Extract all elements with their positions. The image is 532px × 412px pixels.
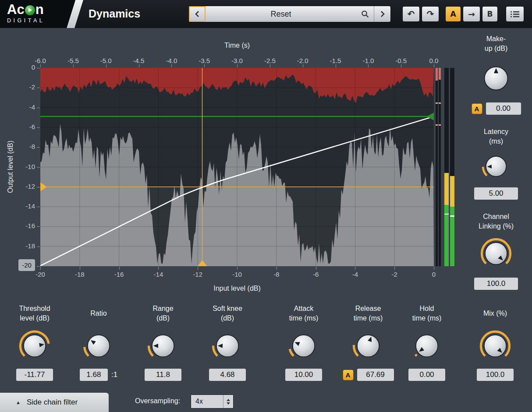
tick-mark xyxy=(204,64,205,67)
tick-mark xyxy=(336,64,336,67)
gr-peak-mark xyxy=(436,124,438,126)
input-tick: -4 xyxy=(352,271,358,278)
undo-button[interactable]: ↶ xyxy=(402,6,420,22)
value-box-attack[interactable]: 10.00 xyxy=(285,369,322,381)
oversampling-value: 4x xyxy=(191,398,223,405)
value-row-ratio: 1.68:1 xyxy=(66,369,131,381)
tick-mark xyxy=(303,64,303,67)
automation-badge-release[interactable]: A xyxy=(343,370,354,380)
output-tick: -12 xyxy=(15,183,35,190)
output-tick: -18 xyxy=(15,242,35,250)
output-tick: -14 xyxy=(15,202,35,210)
knob-hold[interactable] xyxy=(411,330,443,364)
tick-mark xyxy=(119,267,120,270)
logo-text-suffix: n xyxy=(35,3,44,17)
time-tick: -6.0 xyxy=(35,57,46,64)
tick-mark xyxy=(37,68,40,68)
time-tick: -2.5 xyxy=(264,57,276,64)
knob-soft-knee[interactable] xyxy=(211,330,244,364)
ab-a-button[interactable]: A xyxy=(445,6,461,22)
value-box-release[interactable]: 67.69 xyxy=(357,369,394,381)
value-box-range[interactable]: 11.8 xyxy=(145,369,181,381)
gain-reduction-meter-bar xyxy=(439,68,441,266)
value-suffix-ratio: :1 xyxy=(111,370,117,379)
level-meter-yellow xyxy=(444,173,449,204)
knob-makeup[interactable] xyxy=(479,61,513,97)
value-box-hold[interactable]: 0.00 xyxy=(408,369,445,381)
value-box-mix[interactable]: 100.0 xyxy=(477,369,514,381)
logo-subtext: DIGITAL xyxy=(7,18,45,24)
value-box-latency[interactable]: 5.00 xyxy=(474,187,518,200)
time-axis-label: Time (s) xyxy=(193,42,281,49)
tick-mark xyxy=(37,167,40,168)
acon-digital-logo: Ac n DIGITAL xyxy=(7,3,45,24)
undo-redo-group: ↶ ↷ xyxy=(402,6,439,22)
menu-button[interactable] xyxy=(506,6,524,22)
knob-label-latency: Latency(ms) xyxy=(463,126,529,147)
tick-mark xyxy=(80,267,80,270)
ab-b-button[interactable]: B xyxy=(482,6,498,22)
tick-mark xyxy=(37,127,40,128)
tick-mark xyxy=(37,88,40,88)
tick-mark xyxy=(37,266,40,267)
time-tick: -0.5 xyxy=(395,57,407,64)
knob-threshold[interactable] xyxy=(18,330,51,364)
plugin-title: Dynamics xyxy=(89,7,140,20)
time-tick: -5.5 xyxy=(67,57,79,64)
output-tick-chip: -20 xyxy=(18,259,35,271)
value-box-ratio[interactable]: 1.68 xyxy=(80,369,108,381)
knob-channel-linking[interactable] xyxy=(480,237,512,271)
gain-reduction-meter-bar xyxy=(436,68,438,266)
input-tick: -16 xyxy=(114,271,124,278)
transfer-curve-plot[interactable] xyxy=(40,68,434,266)
tick-mark xyxy=(237,64,238,67)
knob-release[interactable] xyxy=(352,330,384,364)
value-box-soft-knee[interactable]: 4.68 xyxy=(209,369,246,381)
knob-ratio[interactable] xyxy=(82,330,115,364)
tick-mark xyxy=(73,64,74,67)
spinner-icon[interactable] xyxy=(223,395,233,408)
knob-label-threshold: Thresholdlevel (dB) xyxy=(2,303,67,324)
preset-prev-button[interactable] xyxy=(189,6,206,22)
ab-copy-button[interactable]: → xyxy=(463,6,480,22)
side-chain-filter-button[interactable]: ▲ Side chain filter xyxy=(0,393,109,412)
value-box-channel-linking[interactable]: 100.0 xyxy=(474,278,518,290)
knob-label-attack: Attacktime (ms) xyxy=(271,303,337,324)
output-tick: -6 xyxy=(15,123,35,130)
knob-latency[interactable] xyxy=(481,151,511,183)
preset-bar: Reset xyxy=(188,6,391,22)
value-box-makeup[interactable]: 0.00 xyxy=(486,102,521,115)
tick-mark xyxy=(316,267,316,270)
knob-label-channel-linking: ChannelLinking (%) xyxy=(463,211,529,232)
preset-next-button[interactable] xyxy=(374,6,390,22)
value-row-soft-knee: 4.68 xyxy=(195,369,260,381)
input-tick: -20 xyxy=(35,271,45,278)
search-icon xyxy=(361,10,369,18)
knob-label-soft-knee: Soft knee(dB) xyxy=(195,303,260,324)
value-row-latency: 5.00 xyxy=(463,187,529,200)
input-tick: -2 xyxy=(392,271,397,278)
tick-mark xyxy=(434,267,434,270)
tick-mark xyxy=(368,64,369,67)
preset-name[interactable]: Reset xyxy=(206,6,356,22)
tick-mark xyxy=(37,147,40,148)
tick-mark xyxy=(394,267,395,270)
input-tick: -8 xyxy=(273,271,279,278)
automation-badge-makeup[interactable]: A xyxy=(472,103,482,114)
time-tick: -1.5 xyxy=(330,57,341,64)
knob-label-range: Range(dB) xyxy=(130,303,196,324)
knob-range[interactable] xyxy=(147,330,179,364)
tick-mark xyxy=(277,267,277,270)
input-tick: -14 xyxy=(154,271,163,278)
input-tick: -6 xyxy=(313,271,319,278)
preset-search-button[interactable] xyxy=(356,6,374,22)
tick-mark xyxy=(198,267,198,270)
value-row-channel-linking: 100.0 xyxy=(463,278,529,290)
oversampling-select[interactable]: 4x xyxy=(191,394,234,408)
collapse-triangle-icon: ▲ xyxy=(16,400,21,405)
knob-attack[interactable] xyxy=(287,330,320,364)
redo-button[interactable]: ↷ xyxy=(422,6,439,22)
value-box-threshold[interactable]: -11.77 xyxy=(16,369,53,381)
value-row-makeup: A0.00 xyxy=(463,102,529,115)
knob-mix[interactable] xyxy=(479,330,511,364)
